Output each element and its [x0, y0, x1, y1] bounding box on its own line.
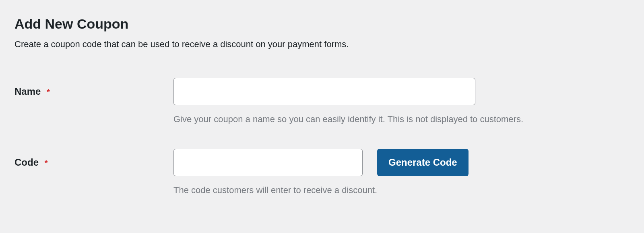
- name-label-text: Name: [14, 86, 41, 97]
- name-help-text: Give your coupon a name so you can easil…: [173, 114, 630, 125]
- page-title: Add New Coupon: [14, 16, 630, 32]
- generate-code-button[interactable]: Generate Code: [377, 149, 469, 176]
- code-help-text: The code customers will enter to receive…: [173, 185, 630, 196]
- name-label: Name *: [14, 78, 173, 97]
- code-field-wrapper: Generate Code The code customers will en…: [173, 149, 630, 196]
- required-indicator: *: [47, 87, 50, 96]
- code-label: Code *: [14, 149, 173, 168]
- name-input[interactable]: [173, 78, 475, 105]
- form-row-code: Code * Generate Code The code customers …: [14, 149, 630, 196]
- code-input[interactable]: [173, 149, 363, 176]
- code-label-text: Code: [14, 157, 39, 168]
- name-field-wrapper: Give your coupon a name so you can easil…: [173, 78, 630, 125]
- page-subtitle: Create a coupon code that can be used to…: [14, 39, 630, 50]
- form-row-name: Name * Give your coupon a name so you ca…: [14, 78, 630, 125]
- required-indicator: *: [45, 158, 48, 167]
